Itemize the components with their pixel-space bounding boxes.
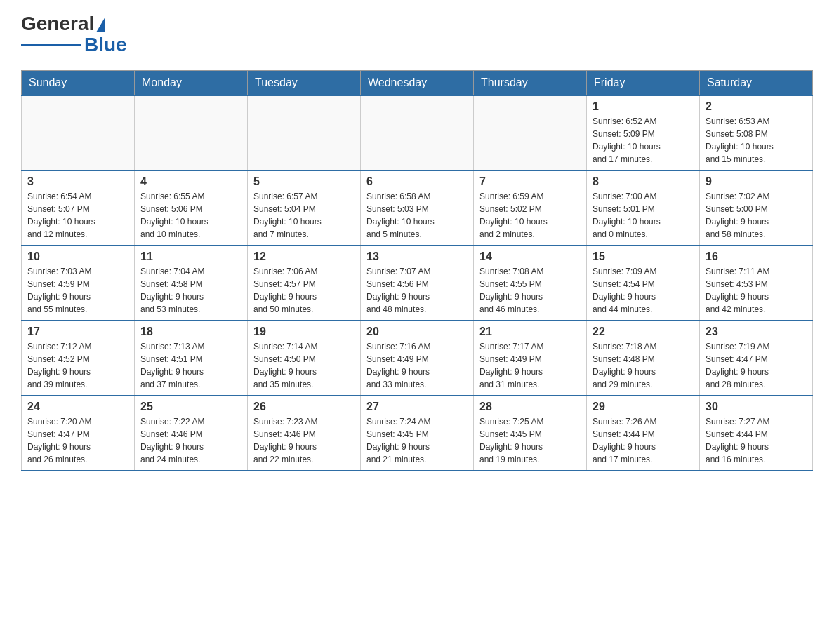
day-number: 17 [27, 326, 128, 338]
day-info: Sunrise: 7:14 AM Sunset: 4:50 PM Dayligh… [253, 340, 355, 391]
day-info: Sunrise: 6:52 AM Sunset: 5:09 PM Dayligh… [593, 115, 694, 166]
calendar-day-cell [135, 95, 248, 170]
day-number: 14 [479, 250, 581, 263]
day-info: Sunrise: 7:00 AM Sunset: 5:01 PM Dayligh… [593, 190, 694, 241]
calendar-day-cell: 23Sunrise: 7:19 AM Sunset: 4:47 PM Dayli… [700, 321, 813, 396]
day-info: Sunrise: 7:25 AM Sunset: 4:45 PM Dayligh… [479, 415, 581, 466]
calendar-day-cell: 16Sunrise: 7:11 AM Sunset: 4:53 PM Dayli… [700, 246, 813, 321]
day-info: Sunrise: 7:16 AM Sunset: 4:49 PM Dayligh… [366, 340, 468, 391]
weekday-header: Saturday [700, 71, 813, 96]
calendar-day-cell: 7Sunrise: 6:59 AM Sunset: 5:02 PM Daylig… [474, 170, 587, 246]
logo: General Blue [21, 14, 127, 56]
weekday-header: Sunday [22, 71, 135, 96]
logo-general: General [21, 14, 94, 34]
logo-line [21, 44, 81, 46]
day-number: 22 [593, 326, 694, 338]
day-info: Sunrise: 7:03 AM Sunset: 4:59 PM Dayligh… [27, 265, 128, 316]
calendar-day-cell: 26Sunrise: 7:23 AM Sunset: 4:46 PM Dayli… [248, 396, 361, 471]
weekday-header-row: SundayMondayTuesdayWednesdayThursdayFrid… [22, 71, 813, 96]
calendar-day-cell: 13Sunrise: 7:07 AM Sunset: 4:56 PM Dayli… [361, 246, 474, 321]
day-info: Sunrise: 7:07 AM Sunset: 4:56 PM Dayligh… [366, 265, 468, 316]
day-info: Sunrise: 7:18 AM Sunset: 4:48 PM Dayligh… [593, 340, 694, 391]
calendar-week-row: 24Sunrise: 7:20 AM Sunset: 4:47 PM Dayli… [22, 396, 813, 471]
calendar-day-cell: 15Sunrise: 7:09 AM Sunset: 4:54 PM Dayli… [587, 246, 700, 321]
weekday-header: Friday [587, 71, 700, 96]
calendar-day-cell: 12Sunrise: 7:06 AM Sunset: 4:57 PM Dayli… [248, 246, 361, 321]
calendar-day-cell: 20Sunrise: 7:16 AM Sunset: 4:49 PM Dayli… [361, 321, 474, 396]
day-number: 3 [27, 175, 128, 188]
day-number: 20 [366, 326, 468, 338]
calendar-day-cell: 9Sunrise: 7:02 AM Sunset: 5:00 PM Daylig… [700, 170, 813, 246]
calendar-day-cell: 18Sunrise: 7:13 AM Sunset: 4:51 PM Dayli… [135, 321, 248, 396]
day-number: 24 [27, 401, 128, 413]
day-info: Sunrise: 7:02 AM Sunset: 5:00 PM Dayligh… [706, 190, 807, 241]
day-number: 13 [366, 250, 468, 263]
calendar-day-cell: 2Sunrise: 6:53 AM Sunset: 5:08 PM Daylig… [700, 95, 813, 170]
day-info: Sunrise: 7:23 AM Sunset: 4:46 PM Dayligh… [253, 415, 355, 466]
page-header: General Blue [21, 14, 813, 56]
day-info: Sunrise: 7:24 AM Sunset: 4:45 PM Dayligh… [366, 415, 468, 466]
calendar-day-cell [361, 95, 474, 170]
day-number: 11 [140, 250, 241, 263]
calendar-day-cell: 21Sunrise: 7:17 AM Sunset: 4:49 PM Dayli… [474, 321, 587, 396]
day-number: 21 [479, 326, 581, 338]
logo-triangle-icon [96, 17, 105, 32]
day-number: 25 [140, 401, 241, 413]
calendar-day-cell [22, 95, 135, 170]
day-info: Sunrise: 7:12 AM Sunset: 4:52 PM Dayligh… [27, 340, 128, 391]
day-info: Sunrise: 7:17 AM Sunset: 4:49 PM Dayligh… [479, 340, 581, 391]
day-info: Sunrise: 7:11 AM Sunset: 4:53 PM Dayligh… [706, 265, 807, 316]
day-info: Sunrise: 7:20 AM Sunset: 4:47 PM Dayligh… [27, 415, 128, 466]
calendar-day-cell: 22Sunrise: 7:18 AM Sunset: 4:48 PM Dayli… [587, 321, 700, 396]
day-info: Sunrise: 7:19 AM Sunset: 4:47 PM Dayligh… [706, 340, 807, 391]
day-info: Sunrise: 7:06 AM Sunset: 4:57 PM Dayligh… [253, 265, 355, 316]
day-number: 6 [366, 175, 468, 188]
calendar-day-cell: 4Sunrise: 6:55 AM Sunset: 5:06 PM Daylig… [135, 170, 248, 246]
logo-blue: Blue [84, 34, 127, 56]
calendar-week-row: 3Sunrise: 6:54 AM Sunset: 5:07 PM Daylig… [22, 170, 813, 246]
calendar-day-cell: 27Sunrise: 7:24 AM Sunset: 4:45 PM Dayli… [361, 396, 474, 471]
weekday-header: Monday [135, 71, 248, 96]
day-number: 23 [706, 326, 807, 338]
weekday-header: Thursday [474, 71, 587, 96]
day-info: Sunrise: 6:55 AM Sunset: 5:06 PM Dayligh… [140, 190, 241, 241]
day-info: Sunrise: 6:53 AM Sunset: 5:08 PM Dayligh… [706, 115, 807, 166]
day-number: 7 [479, 175, 581, 188]
calendar-table: SundayMondayTuesdayWednesdayThursdayFrid… [21, 70, 813, 471]
day-number: 18 [140, 326, 241, 338]
calendar-day-cell: 28Sunrise: 7:25 AM Sunset: 4:45 PM Dayli… [474, 396, 587, 471]
calendar-day-cell: 24Sunrise: 7:20 AM Sunset: 4:47 PM Dayli… [22, 396, 135, 471]
calendar-day-cell: 17Sunrise: 7:12 AM Sunset: 4:52 PM Dayli… [22, 321, 135, 396]
day-info: Sunrise: 6:59 AM Sunset: 5:02 PM Dayligh… [479, 190, 581, 241]
calendar-day-cell: 25Sunrise: 7:22 AM Sunset: 4:46 PM Dayli… [135, 396, 248, 471]
calendar-day-cell [474, 95, 587, 170]
day-number: 26 [253, 401, 355, 413]
calendar-day-cell: 6Sunrise: 6:58 AM Sunset: 5:03 PM Daylig… [361, 170, 474, 246]
day-info: Sunrise: 7:26 AM Sunset: 4:44 PM Dayligh… [593, 415, 694, 466]
day-number: 2 [706, 100, 807, 113]
calendar-day-cell: 19Sunrise: 7:14 AM Sunset: 4:50 PM Dayli… [248, 321, 361, 396]
calendar-day-cell: 10Sunrise: 7:03 AM Sunset: 4:59 PM Dayli… [22, 246, 135, 321]
calendar-week-row: 10Sunrise: 7:03 AM Sunset: 4:59 PM Dayli… [22, 246, 813, 321]
day-info: Sunrise: 6:58 AM Sunset: 5:03 PM Dayligh… [366, 190, 468, 241]
day-info: Sunrise: 6:57 AM Sunset: 5:04 PM Dayligh… [253, 190, 355, 241]
day-number: 27 [366, 401, 468, 413]
day-number: 29 [593, 401, 694, 413]
calendar-day-cell: 3Sunrise: 6:54 AM Sunset: 5:07 PM Daylig… [22, 170, 135, 246]
calendar-day-cell: 5Sunrise: 6:57 AM Sunset: 5:04 PM Daylig… [248, 170, 361, 246]
day-number: 15 [593, 250, 694, 263]
day-info: Sunrise: 7:04 AM Sunset: 4:58 PM Dayligh… [140, 265, 241, 316]
day-number: 8 [593, 175, 694, 188]
day-info: Sunrise: 7:27 AM Sunset: 4:44 PM Dayligh… [706, 415, 807, 466]
day-number: 16 [706, 250, 807, 263]
day-number: 30 [706, 401, 807, 413]
calendar-week-row: 1Sunrise: 6:52 AM Sunset: 5:09 PM Daylig… [22, 95, 813, 170]
day-info: Sunrise: 7:09 AM Sunset: 4:54 PM Dayligh… [593, 265, 694, 316]
calendar-day-cell: 29Sunrise: 7:26 AM Sunset: 4:44 PM Dayli… [587, 396, 700, 471]
day-number: 12 [253, 250, 355, 263]
day-info: Sunrise: 7:08 AM Sunset: 4:55 PM Dayligh… [479, 265, 581, 316]
day-info: Sunrise: 7:13 AM Sunset: 4:51 PM Dayligh… [140, 340, 241, 391]
day-number: 4 [140, 175, 241, 188]
calendar-day-cell [248, 95, 361, 170]
calendar-day-cell: 8Sunrise: 7:00 AM Sunset: 5:01 PM Daylig… [587, 170, 700, 246]
